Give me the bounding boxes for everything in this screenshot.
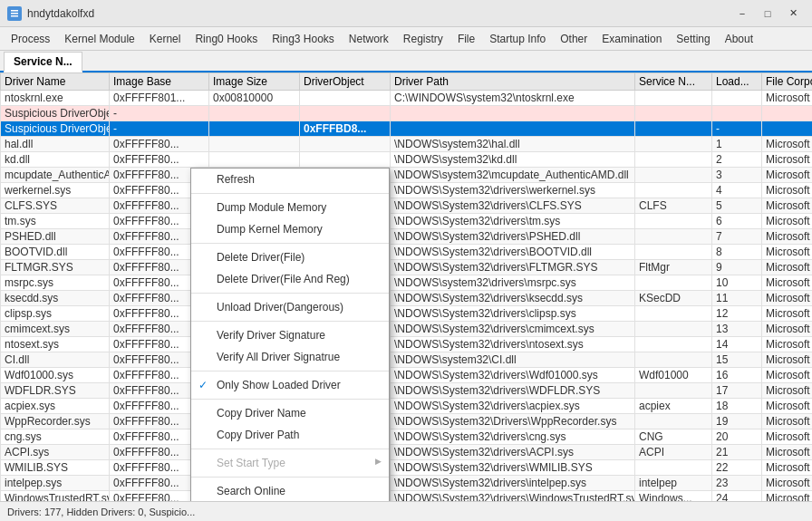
tab-service-n[interactable]: Service N... bbox=[4, 52, 82, 72]
cm-only-loaded[interactable]: Only Show Loaded Driver bbox=[191, 374, 389, 396]
cm-sep-8 bbox=[191, 477, 389, 478]
cm-delete-file[interactable]: Delete Driver(File) bbox=[191, 246, 389, 268]
svg-rect-2 bbox=[11, 13, 18, 14]
close-button[interactable]: ✕ bbox=[781, 5, 805, 23]
maximize-button[interactable]: □ bbox=[756, 5, 779, 23]
menu-bar: Process Kernel Module Kernel Ring0 Hooks… bbox=[0, 27, 812, 51]
menu-ring0-hooks[interactable]: Ring0 Hooks bbox=[188, 30, 265, 48]
menu-startup-info[interactable]: Startup Info bbox=[482, 30, 553, 48]
menu-examination[interactable]: Examination bbox=[594, 30, 669, 48]
cm-sep-5 bbox=[191, 371, 389, 371]
menu-registry[interactable]: Registry bbox=[396, 30, 450, 48]
cm-sep-1 bbox=[191, 193, 389, 194]
svg-rect-3 bbox=[11, 15, 18, 17]
menu-kernel[interactable]: Kernel bbox=[142, 30, 188, 48]
cm-delete-file-reg[interactable]: Delete Driver(File And Reg) bbox=[191, 268, 389, 290]
window-controls: − □ ✕ bbox=[730, 5, 805, 23]
cm-copy-path[interactable]: Copy Driver Path bbox=[191, 424, 389, 446]
cm-verify-all[interactable]: Verify All Driver Signatrue bbox=[191, 346, 389, 368]
menu-process[interactable]: Process bbox=[4, 30, 57, 48]
menu-about[interactable]: About bbox=[718, 30, 760, 48]
title-bar: hndytdakolfxd − □ ✕ bbox=[0, 0, 812, 27]
cm-sep-2 bbox=[191, 243, 389, 244]
menu-file[interactable]: File bbox=[450, 30, 482, 48]
app-icon bbox=[7, 6, 22, 21]
menu-network[interactable]: Network bbox=[342, 30, 396, 48]
cm-sep-4 bbox=[191, 321, 389, 322]
cm-verify-sig[interactable]: Verify Driver Signature bbox=[191, 324, 389, 346]
cm-search-online[interactable]: Search Online bbox=[191, 480, 389, 501]
context-menu-overlay: Refresh Dump Module Memory Dump Kernel M… bbox=[0, 72, 812, 501]
status-bar: Drivers: 177, Hidden Drivers: 0, Suspici… bbox=[0, 501, 812, 521]
cm-sep-3 bbox=[191, 293, 389, 294]
cm-set-start: Set Start Type bbox=[191, 452, 389, 474]
window-title: hndytdakolfxd bbox=[27, 7, 730, 20]
svg-rect-1 bbox=[11, 10, 18, 12]
minimize-button[interactable]: − bbox=[730, 5, 754, 23]
cm-sep-6 bbox=[191, 399, 389, 400]
context-menu: Refresh Dump Module Memory Dump Kernel M… bbox=[190, 168, 390, 501]
cm-unload-driver[interactable]: Unload Driver(Dangerous) bbox=[191, 296, 389, 318]
cm-dump-module[interactable]: Dump Module Memory bbox=[191, 197, 389, 218]
cm-copy-name[interactable]: Copy Driver Name bbox=[191, 402, 389, 424]
table-container: Driver Name Image Base Image Size Driver… bbox=[0, 72, 812, 501]
menu-other[interactable]: Other bbox=[553, 30, 594, 48]
status-text: Drivers: 177, Hidden Drivers: 0, Suspici… bbox=[7, 507, 195, 517]
cm-refresh[interactable]: Refresh bbox=[191, 169, 389, 190]
cm-dump-kernel[interactable]: Dump Kernel Memory bbox=[191, 218, 389, 240]
menu-setting[interactable]: Setting bbox=[669, 30, 717, 48]
tab-bar: Service N... bbox=[0, 51, 812, 72]
cm-sep-7 bbox=[191, 449, 389, 449]
menu-ring3-hooks[interactable]: Ring3 Hooks bbox=[265, 30, 342, 48]
menu-kernel-module[interactable]: Kernel Module bbox=[57, 30, 141, 48]
